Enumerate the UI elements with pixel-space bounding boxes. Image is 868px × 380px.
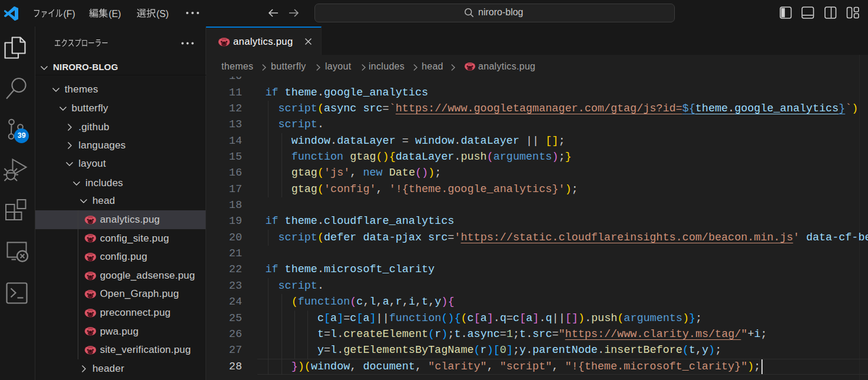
svg-text:(E): (E)	[109, 9, 121, 19]
svg-text:(F): (F)	[64, 9, 75, 19]
svg-text:(S): (S)	[157, 9, 169, 19]
